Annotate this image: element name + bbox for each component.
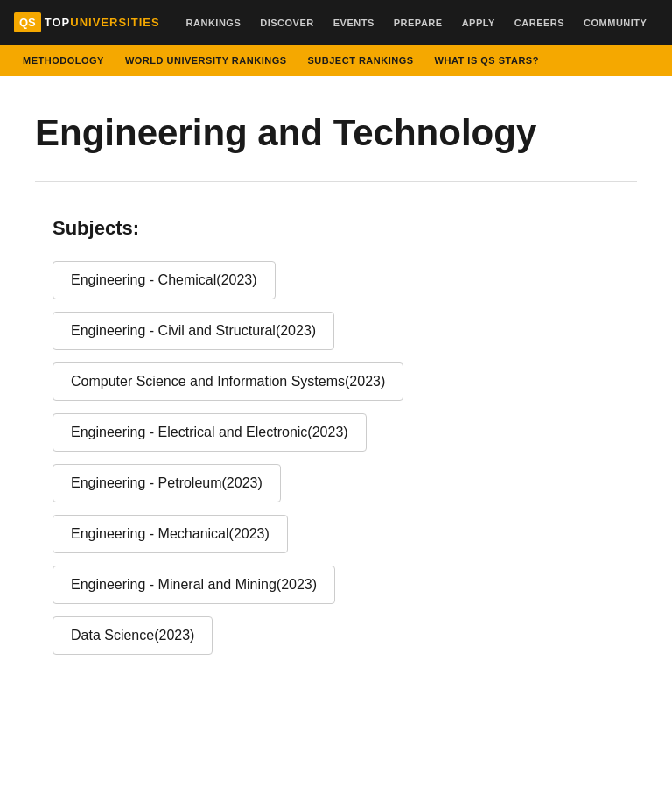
subject-item-data-science[interactable]: Data Science(2023) [52,616,213,655]
subjects-list: Engineering - Chemical(2023) Engineering… [52,261,637,655]
nav-rankings[interactable]: RANKINGS [178,0,250,45]
site-logo[interactable]: QS TOPUNIVERSITIES [14,12,160,32]
secondary-navigation: METHODOLOGY WORLD UNIVERSITY RANKINGS SU… [0,45,672,76]
nav-what-is-qs-stars[interactable]: WHAT IS QS STARS? [426,45,548,76]
logo-qs-box: QS [14,12,41,32]
subject-item-engineering-mechanical[interactable]: Engineering - Mechanical(2023) [52,515,288,553]
page-title: Engineering and Technology [35,111,637,155]
subject-item-engineering-petroleum[interactable]: Engineering - Petroleum(2023) [52,464,281,502]
subjects-heading: Subjects: [52,217,637,240]
logo-text: TOPUNIVERSITIES [45,16,160,29]
subject-item-engineering-chemical[interactable]: Engineering - Chemical(2023) [52,261,276,299]
nav-methodology[interactable]: METHODOLOGY [14,45,113,76]
main-content: Engineering and Technology Subjects: Eng… [0,76,672,690]
section-divider [35,181,637,182]
nav-subject-rankings[interactable]: SUBJECT RANKINGS [299,45,423,76]
nav-events[interactable]: EVENTS [325,0,383,45]
subject-item-computer-science-info-systems[interactable]: Computer Science and Information Systems… [52,362,403,401]
nav-careers[interactable]: CAREERS [506,0,573,45]
nav-discover[interactable]: DISCOVER [251,0,322,45]
subject-item-engineering-civil-structural[interactable]: Engineering - Civil and Structural(2023) [52,312,334,350]
top-navigation: QS TOPUNIVERSITIES RANKINGS DISCOVER EVE… [0,0,672,45]
subject-item-engineering-electrical-electronic[interactable]: Engineering - Electrical and Electronic(… [52,413,367,452]
subjects-section: Subjects: Engineering - Chemical(2023) E… [35,217,637,655]
nav-community[interactable]: COMMUNITY [575,0,655,45]
nav-prepare[interactable]: PREPARE [385,0,452,45]
nav-apply[interactable]: APPLY [453,0,504,45]
top-nav-links: RANKINGS DISCOVER EVENTS PREPARE APPLY C… [178,0,658,45]
subject-item-engineering-mineral-mining[interactable]: Engineering - Mineral and Mining(2023) [52,566,335,604]
nav-world-university-rankings[interactable]: WORLD UNIVERSITY RANKINGS [116,45,296,76]
